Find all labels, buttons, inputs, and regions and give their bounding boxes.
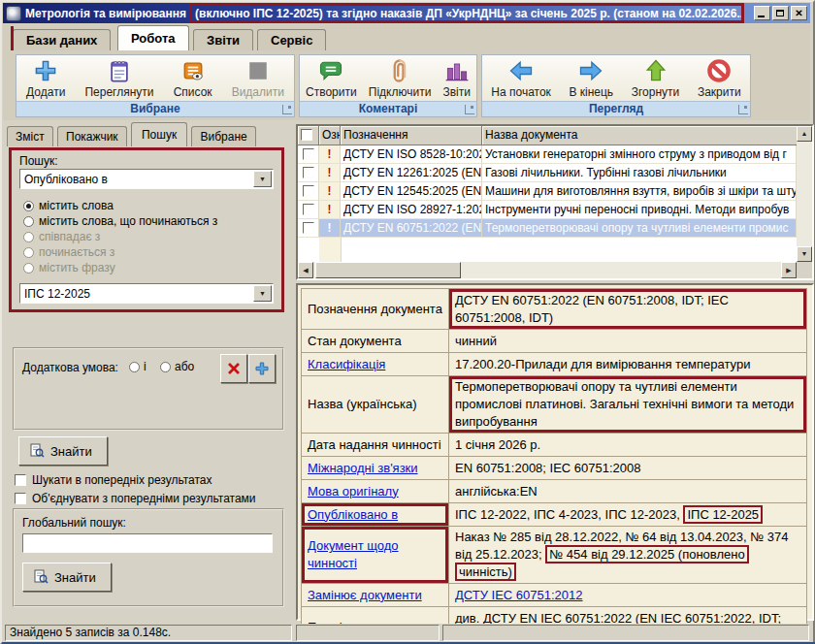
minimize-button[interactable]: [754, 6, 770, 20]
prev-results-checkbox[interactable]: Шукати в попередніх результатах: [15, 473, 212, 487]
scroll-left-icon[interactable]: ◀: [298, 262, 313, 278]
detail-label: Дата надання чинності: [302, 434, 449, 457]
and-radio[interactable]: і: [129, 360, 147, 373]
replaced-document-link[interactable]: ДСТУ IEC 60751:2012: [455, 588, 583, 602]
result-row[interactable]: ! ДСТУ EN 12261:2025 (EN Газові лічильни…: [298, 164, 797, 182]
add-condition-button[interactable]: [248, 354, 276, 383]
details-table: Позначення документа ДСТУ EN 60751:2022 …: [301, 288, 807, 644]
horizontal-scrollbar[interactable]: ◀ ▶: [298, 262, 797, 278]
collapse-button[interactable]: Згорнути: [628, 56, 684, 100]
remove-condition-button[interactable]: [220, 354, 247, 383]
comment-reports-label: Звіти: [442, 85, 471, 99]
search-doc-icon: [29, 443, 45, 459]
create-comment-label: Створити: [306, 85, 357, 99]
validity-document-link[interactable]: Документ щодо чинності: [308, 538, 399, 570]
global-search-label: Глобальний пошук:: [22, 516, 126, 530]
results-body: ! ДСТУ EN ISO 8528-10:202 Установки гене…: [298, 145, 797, 262]
collapse-label: Згорнути: [632, 85, 680, 99]
scroll-thumb[interactable]: [315, 262, 461, 278]
radio-icon: [23, 216, 34, 227]
title-bar: Метрологія та вимірювання (включно ІПС 1…: [3, 3, 810, 23]
name-cell: Інструменти ручні переносні приводні. Ме…: [482, 201, 797, 219]
toolbar-group-comments: Створити Підключити Звіти Коментарі: [299, 54, 477, 117]
create-comment-button[interactable]: Створити: [302, 56, 361, 100]
go-end-button[interactable]: В кінець: [565, 56, 617, 100]
checkbox-icon: [303, 185, 314, 197]
vertical-scrollbar[interactable]: ▲ ▼: [797, 126, 812, 262]
warning-icon: !: [319, 145, 341, 164]
comment-reports-button[interactable]: Звіти: [439, 56, 474, 100]
result-row[interactable]: ! ДСТУ EN ISO 28927-1:202 Інструменти ру…: [298, 201, 797, 219]
code-cell: ДСТУ EN 12545:2025 (EN: [341, 182, 482, 201]
tab-reports[interactable]: Звіти: [193, 29, 253, 50]
comment-icon: [317, 57, 344, 84]
merge-results-checkbox[interactable]: Об'єднувати з попередніми результатами: [15, 492, 256, 505]
row-checkbox[interactable]: [298, 182, 319, 201]
search-field-select[interactable]: Опубліковано в ▼: [19, 169, 274, 189]
column-header-designation[interactable]: Позначення: [341, 126, 482, 145]
find-button[interactable]: Знайти: [18, 436, 108, 466]
column-header-mark[interactable]: Озн: [319, 126, 341, 145]
search-label: Пошук:: [19, 154, 58, 168]
chevron-down-icon[interactable]: ▼: [253, 171, 272, 187]
intl-relations-link[interactable]: Міжнародні зв'язки: [308, 461, 418, 475]
scroll-up-icon[interactable]: ▲: [797, 126, 812, 142]
view-button-label: Переглянути: [84, 85, 153, 99]
chevron-down-icon[interactable]: ▼: [253, 285, 272, 302]
global-find-button[interactable]: Знайти: [22, 563, 112, 592]
scroll-right-icon[interactable]: ▶: [781, 262, 797, 278]
tab-databases[interactable]: Бази даних: [13, 29, 111, 50]
sidebar-tab-contents[interactable]: Зміст: [7, 126, 53, 146]
checkbox-icon: [303, 167, 314, 178]
tab-service[interactable]: Сервіс: [257, 29, 326, 50]
result-row[interactable]: ! ДСТУ EN 12545:2025 (EN Машини для виго…: [298, 182, 797, 201]
results-header: Озн Позначення Назва документа: [298, 126, 797, 145]
sidebar-tab-search[interactable]: Пошук: [131, 122, 187, 146]
close-button[interactable]: ✕: [791, 6, 807, 20]
close-db-button[interactable]: Закрити: [694, 56, 745, 100]
row-checkbox[interactable]: [298, 219, 319, 238]
query-select[interactable]: ІПС 12-2025 ▼: [19, 283, 274, 304]
match-option-contains-phrase: містить фразу: [23, 260, 217, 275]
original-language-link[interactable]: Мова оригіналу: [308, 484, 399, 499]
add-button[interactable]: Додати: [22, 56, 69, 100]
radio-icon: [23, 263, 34, 274]
title-annotation-box: (включно ІПС 12-2025) та згідно наказів …: [189, 3, 744, 23]
arrow-up-icon: [642, 57, 669, 84]
published-in-link[interactable]: Опубліковано в: [308, 507, 398, 522]
row-checkbox[interactable]: [298, 201, 319, 219]
radio-icon: [129, 362, 140, 372]
no-entry-icon: [705, 57, 733, 84]
detail-row-status: Стан документа чинний: [302, 330, 807, 353]
list-button[interactable]: Список: [170, 56, 216, 100]
scroll-down-icon[interactable]: ▼: [797, 246, 812, 262]
global-search-input[interactable]: [22, 533, 273, 553]
row-checkbox[interactable]: [298, 145, 319, 164]
or-radio[interactable]: або: [160, 360, 194, 373]
replaces-link[interactable]: Замінює документи: [308, 588, 422, 602]
detail-row-original-language: Мова оригіналу англійська:EN: [302, 480, 807, 503]
maximize-button[interactable]: [772, 6, 789, 20]
attach-button[interactable]: Підключити: [365, 56, 436, 100]
close-icon: ✕: [792, 7, 806, 19]
tab-work[interactable]: Робота: [117, 25, 189, 50]
paperclip-icon: [386, 57, 413, 84]
dialog-launcher-icon[interactable]: [738, 105, 748, 114]
sidebar-tab-favorites[interactable]: Вибране: [191, 126, 255, 146]
match-option-label: містить слова, що починаються з: [39, 214, 217, 228]
result-row[interactable]: ! ДСТУ EN ISO 8528-10:202 Установки гене…: [298, 145, 797, 164]
row-checkbox[interactable]: [298, 164, 319, 182]
column-header-name[interactable]: Назва документа: [482, 126, 797, 145]
results-table: Озн Позначення Назва документа ! ДСТУ EN…: [296, 124, 814, 280]
dialog-launcher-icon[interactable]: [282, 105, 292, 114]
view-button[interactable]: Переглянути: [81, 56, 157, 100]
select-all-header[interactable]: [298, 126, 319, 145]
maximize-icon: [776, 10, 784, 16]
match-option-contains-words[interactable]: містить слова: [23, 198, 217, 213]
result-row-selected[interactable]: ! ДСТУ EN 60751:2022 (EN Термоперетворюв…: [298, 219, 797, 238]
match-option-starts-words[interactable]: містить слова, що починаються з: [23, 213, 217, 229]
classification-link[interactable]: Класифікація: [308, 357, 385, 371]
go-start-button[interactable]: На початок: [487, 56, 555, 100]
dialog-launcher-icon[interactable]: [465, 105, 474, 114]
sidebar-tab-index[interactable]: Покажчик: [57, 126, 127, 146]
